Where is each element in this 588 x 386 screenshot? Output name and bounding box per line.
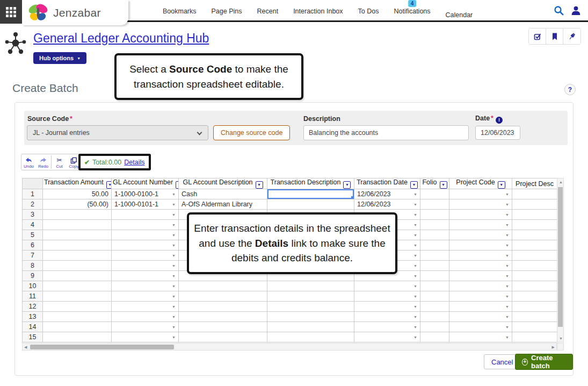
cell-dropdown-icon[interactable]: ▼ xyxy=(505,244,509,247)
cell-dropdown-icon[interactable]: ▼ xyxy=(413,233,417,237)
grid-cell[interactable]: ▼ xyxy=(112,322,179,332)
grid-cell[interactable]: ▼ xyxy=(449,271,512,281)
grid-cell[interactable]: ▼ xyxy=(449,220,512,230)
column-filter-icon[interactable]: ▼ xyxy=(256,181,263,189)
grid-cell[interactable] xyxy=(420,189,449,199)
column-filter-icon[interactable]: ▼ xyxy=(343,181,351,189)
grid-cell[interactable] xyxy=(420,312,449,322)
grid-cell[interactable] xyxy=(43,271,112,281)
cell-dropdown-icon[interactable]: ▼ xyxy=(413,325,417,329)
row-number-cell[interactable]: 12 xyxy=(23,302,43,312)
column-filter-icon[interactable]: ▼ xyxy=(440,181,447,189)
cell-dropdown-icon[interactable]: ▼ xyxy=(413,254,417,258)
row-number-cell[interactable]: 7 xyxy=(23,251,43,261)
cell-dropdown-icon[interactable]: ▼ xyxy=(413,284,417,288)
grid-cell[interactable] xyxy=(512,281,557,291)
grid-cell[interactable]: ▼ xyxy=(112,240,179,251)
grid-cell[interactable]: A-OfS Alderman Library xyxy=(179,199,267,210)
grid-cell[interactable]: ▼ xyxy=(112,251,179,261)
cell-dropdown-icon[interactable]: ▼ xyxy=(505,203,509,206)
grid-cell[interactable]: ▼ xyxy=(449,322,512,332)
grid-cell[interactable] xyxy=(43,332,112,342)
grid-cell[interactable]: ▼ xyxy=(112,312,179,322)
row-number-cell[interactable]: 5 xyxy=(23,230,43,240)
source-code-select[interactable]: JL - Journal entries xyxy=(27,125,208,140)
grid-cell[interactable]: (50.00) xyxy=(43,199,112,210)
cell-dropdown-icon[interactable]: ▼ xyxy=(172,335,176,339)
cell-dropdown-icon[interactable]: ▼ xyxy=(505,223,509,227)
cell-dropdown-icon[interactable]: ▼ xyxy=(413,335,417,339)
row-number-cell[interactable]: 10 xyxy=(23,281,43,291)
cell-dropdown-icon[interactable]: ▼ xyxy=(413,192,417,196)
pin-button[interactable] xyxy=(563,28,580,44)
grid-cell[interactable] xyxy=(512,332,557,342)
nav-item-page-pins[interactable]: Page Pins xyxy=(212,8,242,15)
grid-cell[interactable] xyxy=(512,302,557,312)
grid-cell[interactable] xyxy=(43,302,112,312)
grid-cell[interactable]: ▼ xyxy=(449,312,512,322)
grid-cell[interactable]: ▼ xyxy=(354,332,420,342)
grid-cell[interactable] xyxy=(43,240,112,251)
cell-dropdown-icon[interactable]: ▼ xyxy=(505,233,509,237)
cell-dropdown-icon[interactable]: ▼ xyxy=(172,233,176,237)
grid-cell[interactable]: ▼ xyxy=(112,271,179,281)
cell-dropdown-icon[interactable]: ▼ xyxy=(505,264,509,268)
nav-item-recent[interactable]: Recent xyxy=(257,8,279,15)
date-input[interactable] xyxy=(475,126,520,140)
row-number-cell[interactable]: 15 xyxy=(23,332,43,342)
cell-dropdown-icon[interactable]: ▼ xyxy=(413,305,417,309)
grid-cell[interactable]: ▼ xyxy=(112,291,179,302)
grid-cell[interactable]: ▼ xyxy=(354,322,420,332)
grid-cell[interactable]: ▼ xyxy=(112,302,179,312)
cell-dropdown-icon[interactable]: ▼ xyxy=(172,284,176,288)
grid-cell[interactable] xyxy=(512,210,557,220)
column-filter-icon[interactable]: ▼ xyxy=(410,181,418,189)
cell-dropdown-icon[interactable]: ▼ xyxy=(413,274,417,278)
cell-dropdown-icon[interactable]: ▼ xyxy=(413,203,417,206)
grid-cell[interactable] xyxy=(420,261,449,271)
description-input[interactable] xyxy=(303,125,469,140)
grid-cell[interactable] xyxy=(420,199,449,210)
redo-button[interactable]: Redo xyxy=(36,154,50,170)
scroll-down-icon[interactable]: ▼ xyxy=(559,337,563,340)
grid-cell[interactable] xyxy=(179,281,267,291)
grid-cell[interactable] xyxy=(267,322,354,332)
user-icon[interactable] xyxy=(571,5,581,16)
grid-cell[interactable]: 1-1000-0101-1▼ xyxy=(112,199,179,210)
cell-dropdown-icon[interactable]: ▼ xyxy=(172,305,176,309)
change-source-code-button[interactable]: Change source code xyxy=(213,125,290,140)
grid-cell[interactable] xyxy=(43,312,112,322)
hub-options-button[interactable]: Hub options ▼ xyxy=(33,52,86,64)
cell-dropdown-icon[interactable]: ▼ xyxy=(172,192,176,196)
grid-cell[interactable] xyxy=(420,291,449,302)
grid-cell[interactable] xyxy=(512,291,557,302)
grid-cell[interactable] xyxy=(512,220,557,230)
cut-button[interactable]: ✂ Cut xyxy=(52,154,67,170)
info-icon[interactable]: ! xyxy=(496,117,503,124)
grid-cell[interactable]: ▼ xyxy=(354,302,420,312)
grid-cell[interactable] xyxy=(420,251,449,261)
grid-cell[interactable]: 1-1000-0100-1▼ xyxy=(112,189,179,199)
row-number-cell[interactable]: 14 xyxy=(23,322,43,332)
grid-cell[interactable] xyxy=(43,230,112,240)
row-number-cell[interactable]: 1 xyxy=(23,189,43,199)
horizontal-scroll-thumb[interactable] xyxy=(30,345,174,349)
grid-cell[interactable] xyxy=(179,312,267,322)
cell-dropdown-icon[interactable]: ▼ xyxy=(505,284,509,288)
grid-cell[interactable] xyxy=(267,302,354,312)
grid-cell[interactable]: ▼ xyxy=(449,332,512,342)
grid-cell[interactable] xyxy=(43,251,112,261)
nav-item-notifications[interactable]: Notifications4 xyxy=(394,8,430,15)
cell-dropdown-icon[interactable]: ▼ xyxy=(413,223,417,227)
row-number-cell[interactable]: 8 xyxy=(23,261,43,271)
nav-item-to-dos[interactable]: To Dos xyxy=(358,8,379,15)
grid-cell[interactable] xyxy=(43,261,112,271)
grid-cell[interactable]: ▼ xyxy=(112,230,179,240)
grid-cell[interactable]: ▼ xyxy=(112,332,179,342)
cell-dropdown-icon[interactable]: ▼ xyxy=(172,244,176,247)
app-launcher-button[interactable] xyxy=(0,0,22,24)
row-number-cell[interactable]: 3 xyxy=(23,210,43,220)
grid-cell[interactable]: ▼ xyxy=(112,281,179,291)
edit-check-button[interactable] xyxy=(529,28,546,44)
row-number-cell[interactable]: 2 xyxy=(23,199,43,210)
